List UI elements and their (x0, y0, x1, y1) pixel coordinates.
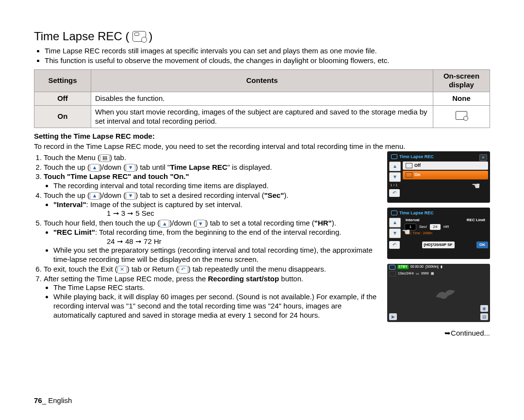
page-title: Time Lapse REC ( ) (34, 29, 490, 44)
timecode: 00:00:00 (410, 265, 424, 269)
step-4: Touch the up (▲)/down (▼) tab to set a d… (44, 191, 381, 218)
up-icon: ▲ (160, 220, 169, 227)
title-text: Time Lapse REC ( (34, 29, 130, 44)
step-7-bullet-1: The Time Lapse REC starts. (53, 283, 381, 292)
intro-item: This function is useful to observe the m… (45, 56, 490, 65)
step-2: Touch the up (▲)/down (▼) tab until "Tim… (44, 163, 381, 172)
format-label: [HD]720/60P SF (422, 242, 455, 248)
camera-icon (391, 210, 397, 215)
settings-table: Settings Contents On-screen display Off … (34, 69, 490, 129)
hr-unit: HR (443, 225, 449, 229)
off-icon (406, 163, 412, 168)
sec-unit: Sec/ (419, 225, 427, 229)
menu-item-on[interactable]: On (403, 171, 488, 179)
step-5-bullet-1: "REC Limit": Total recording time, from … (53, 228, 381, 246)
timelapse-icon (456, 111, 467, 120)
intro-item: Time Lapse REC records still images at s… (45, 47, 490, 56)
cell-off-desc: Disables the function. (91, 92, 433, 106)
menu-item-off[interactable]: Off (403, 162, 488, 170)
card-icon: ▭ (416, 272, 419, 276)
up-icon: ▲ (90, 164, 99, 172)
down-icon: ▼ (126, 192, 135, 200)
interval-label: Interval (406, 218, 419, 223)
steps-list: Touch the Menu (▤) tab. Touch the up (▲)… (34, 153, 381, 320)
step-3: Touch "Time Lapse REC" and touch "On." T… (44, 172, 381, 191)
cell-on-display (433, 105, 490, 128)
page-footer: 76_ English (34, 396, 72, 405)
step-4-bullet: "Interval": Image of the subject is capt… (53, 200, 381, 219)
return-button[interactable]: ↶ (389, 241, 400, 249)
cell-off: Off (34, 92, 91, 106)
menu-screen-1: Time Lapse REC ✕ ▲ ▼ Off On (387, 151, 490, 203)
down-button[interactable]: ▼ (389, 228, 401, 238)
return-button[interactable]: ↶ (389, 189, 400, 197)
camera-icon (391, 154, 397, 159)
recording-screen: STBY 00:00:00 [300Min] ▮ 1Sec/24Hr ▭ 999… (387, 264, 490, 322)
cell-on: On (34, 105, 91, 128)
stby-badge: STBY (397, 265, 409, 269)
grid-icon: ▦ (431, 272, 434, 276)
down-icon: ▼ (126, 164, 135, 172)
return-icon: ↶ (179, 266, 188, 274)
reclimit-label: REC Limit (467, 218, 485, 223)
sub-intro: To record in the Time Lapse REC mode, yo… (34, 142, 490, 151)
step-3-bullet: The recording interval and total recordi… (53, 181, 381, 191)
play-button[interactable]: ▶ (389, 313, 397, 320)
down-icon: ▼ (196, 220, 206, 227)
timelapse-icon (389, 271, 396, 276)
up-icon: ▲ (90, 192, 99, 200)
intro-list: Time Lapse REC records still images at s… (34, 47, 490, 65)
close-icon: ✕ (117, 266, 127, 274)
step-5: Touch hour field, then touch the up (▲)/… (44, 219, 381, 264)
continued-label: ➥Continued... (387, 329, 490, 338)
camera-icon (389, 265, 395, 270)
remaining-time: [300Min] (426, 265, 439, 269)
camera-osd-button[interactable]: ◉ (480, 305, 488, 312)
col-settings: Settings (34, 69, 91, 92)
up-button[interactable]: ▲ (389, 162, 401, 171)
close-button[interactable]: ✕ (479, 154, 487, 161)
hand-pointer-icon: ☚ (402, 226, 410, 238)
hr-value[interactable]: 24 (430, 224, 441, 230)
col-contents: Contents (91, 69, 433, 92)
bird-image (433, 287, 458, 302)
col-display: On-screen display (433, 69, 490, 92)
menu-icon: ▤ (100, 154, 110, 162)
step-7: After setting the Time Lapse REC mode, p… (44, 275, 381, 320)
cell-on-desc: When you start movie recording, images o… (91, 105, 433, 128)
osd-line2: 1Sec/24Hr ▭ 9999 ▦ (389, 271, 434, 276)
menu-osd-button[interactable]: ▤ (480, 313, 488, 320)
menu-screen-2: Time Lapse REC ▲ ▼ Interval REC Limit 1 … (387, 208, 490, 259)
hand-pointer-icon: ☚ (472, 180, 480, 192)
step-6: To exit, touch the Exit (✕) tab or Retur… (44, 265, 381, 274)
osd-top-row: STBY 00:00:00 [300Min] ▮ (389, 265, 488, 270)
screenshots-column: Time Lapse REC ✕ ▲ ▼ Off On (387, 151, 490, 338)
language-label: English (48, 396, 72, 404)
ok-button[interactable]: OK (476, 242, 488, 248)
step-7-bullet-2: While playing back, it will display 60 i… (53, 292, 381, 320)
subheading: Setting the Time Lapse REC mode: (34, 132, 490, 141)
rec-time: REC Time : 24Min (403, 231, 488, 236)
step-1: Touch the Menu (▤) tab. (44, 153, 381, 162)
timelapse-icon (132, 31, 146, 42)
up-button[interactable]: ▲ (389, 218, 401, 227)
screen-title: Time Lapse REC (389, 153, 488, 161)
page-number: 76 (34, 396, 42, 404)
cell-off-display: None (433, 92, 490, 106)
battery-icon: ▮ (441, 265, 442, 269)
down-button[interactable]: ▼ (389, 172, 401, 182)
on-icon (406, 172, 412, 178)
title-close-paren: ) (149, 29, 153, 44)
step-5-bullet-2: While you set the preparatory settings (… (53, 246, 381, 264)
screen-title: Time Lapse REC (389, 210, 488, 217)
